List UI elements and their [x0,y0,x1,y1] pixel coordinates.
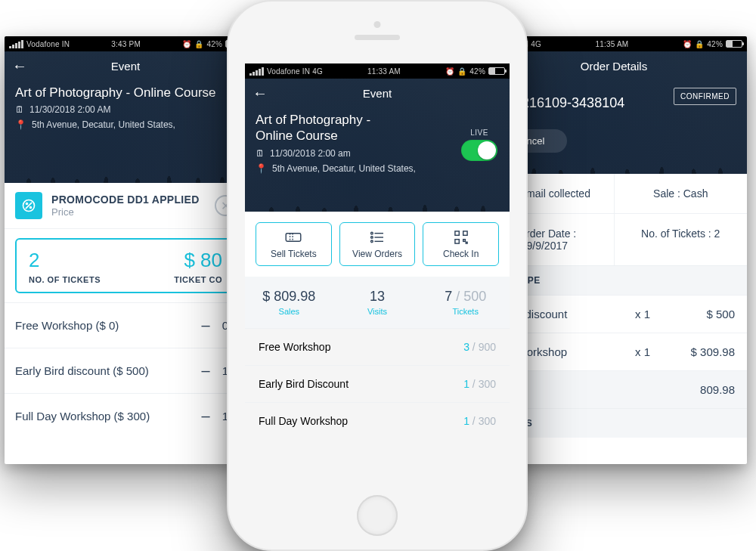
course-row[interactable]: Free Workshop 3 / 900 [245,328,510,365]
back-icon[interactable]: ← [12,57,27,75]
calendar-icon: 🗓 [15,104,24,115]
action-label: Sell Tickets [271,249,317,259]
svg-rect-15 [466,242,467,243]
promo-sub: Price [51,206,206,218]
live-toggle[interactable] [461,140,497,161]
home-button[interactable] [357,495,398,536]
decrement-button[interactable]: – [197,362,215,379]
clock-label: 3:43 PM [111,40,141,48]
ticket-cost-label: TICKET CO [125,275,222,284]
ticket-amount: $ 309.98 [667,345,735,358]
phone-frame: Vodafone IN 4G 11:33 AM ⏰ 🔒 42% ← Event … [227,0,528,551]
battery-icon [726,40,742,48]
course-total: / 300 [469,378,496,390]
svg-point-5 [371,232,373,234]
course-count: 3 [463,341,469,353]
sell-tickets-button[interactable]: Sell Tickets [256,222,332,266]
stat-label: Visits [333,307,422,316]
page-title: Event [363,87,392,100]
stat-total: / 500 [452,289,486,304]
carrier-label: Vodafone IN 4G [267,67,323,76]
battery-label: 42% [707,40,723,48]
decrement-button[interactable]: – [197,317,215,334]
order-date-value: 9/9/2017 [527,240,569,252]
svg-rect-14 [463,240,465,242]
hero: ← Event Art of Photography - Online Cour… [245,79,510,212]
pin-icon: 📍 [15,119,26,130]
promo-header: PROMOCODE DD1 APPLIED [51,193,206,206]
page-title: Order Details [581,60,647,73]
view-orders-button[interactable]: View Orders [339,222,416,266]
ticket-qty: x 1 [635,308,667,320]
course-count: 1 [463,415,469,427]
ticket-row: Early Bird discount ($ 500) – 1 [5,348,246,393]
battery-label: 42% [469,67,485,76]
ticket-count: 2 [29,249,125,272]
action-label: Check In [443,249,479,259]
rotation-lock-icon: 🔒 [194,40,203,48]
ticket-name: Full Day Workshop ($ 300) [15,409,197,424]
svg-rect-13 [455,240,459,243]
clock-label: 11:35 AM [596,40,629,48]
course-name: Free Workshop [259,341,330,353]
event-title: Art of Photography - Online Course [5,80,246,102]
alarm-icon: ⏰ [445,67,454,76]
live-label: LIVE [461,128,497,137]
ticket-row: Free Workshop ($ 0) – 0 [5,302,246,348]
svg-rect-12 [463,231,466,235]
back-icon[interactable]: ← [253,85,268,102]
stat-visits: 13 Visits [333,289,422,316]
clock-label: 11:33 AM [367,67,401,76]
action-label: View Orders [352,249,402,259]
event-location: 5th Avenue, Decatur, United States, [272,163,416,174]
event-location: 5th Avenue, Decatur, United States, [32,119,175,130]
svg-rect-4 [287,234,302,242]
cart-summary: 2 NO. OF TICKETS $ 80 TICKET CO [15,238,236,293]
hero: ← Event Art of Photography - Online Cour… [5,51,246,183]
event-date: 11/30/2018 2:00 AM [29,104,110,115]
status-bar: Vodafone IN 3:43 PM ⏰ 🔒 42% [5,36,246,51]
stats-row: $ 809.98 Sales 13 Visits 7 / 500 Tickets [245,277,510,328]
battery-label: 42% [206,40,222,48]
battery-icon [488,67,505,75]
alarm-icon: ⏰ [683,40,692,48]
svg-point-9 [371,240,373,243]
event-title: Art of Photography - Online Course [245,107,419,146]
calendar-icon: 🗓 [256,148,265,159]
course-row[interactable]: Early Bird Discount 1 / 300 [245,365,510,402]
status-bar: Vodafone IN 4G 11:33 AM ⏰ 🔒 42% [245,63,510,79]
stat-tickets: 7 / 500 Tickets [421,289,510,316]
stat-sales: $ 809.98 Sales [245,289,333,316]
check-in-button[interactable]: Check In [423,222,499,266]
stat-value: $ 809.98 [245,289,333,305]
event-date: 11/30/2018 2:00 am [270,148,351,159]
decrement-button[interactable]: – [197,407,215,425]
course-count: 1 [463,378,469,390]
course-row[interactable]: Full Day Workshop 1 / 300 [245,402,510,439]
rotation-lock-icon: 🔒 [695,40,704,48]
stat-value: 13 [333,289,422,305]
svg-point-7 [371,237,373,239]
signal-icon [9,40,23,48]
ticket-cost: $ 80 [125,249,222,272]
page-title: Event [111,60,140,73]
stat-value: 7 [445,289,452,304]
action-row: Sell Tickets View Orders Check In [245,212,510,277]
pin-icon: 📍 [256,163,267,174]
status-badge: CONFIRMED [674,88,736,105]
ticket-icon [285,231,302,244]
list-icon [370,231,385,244]
stat-label: Sales [245,307,333,316]
num-tickets-cell: No. of Tickets : 2 [614,214,748,265]
alarm-icon: ⏰ [182,40,191,48]
course-name: Full Day Workshop [259,415,348,427]
course-total: / 900 [469,341,496,353]
svg-point-2 [26,203,28,205]
live-toggle-block: LIVE [461,128,497,161]
promocode-banner: PROMOCODE DD1 APPLIED Price ✕ [5,183,246,229]
course-total: / 300 [469,415,496,427]
course-name: Early Bird Discount [259,378,349,390]
ticket-amount: $ 500 [667,308,735,320]
svg-rect-11 [455,231,459,235]
signal-icon [249,67,264,76]
